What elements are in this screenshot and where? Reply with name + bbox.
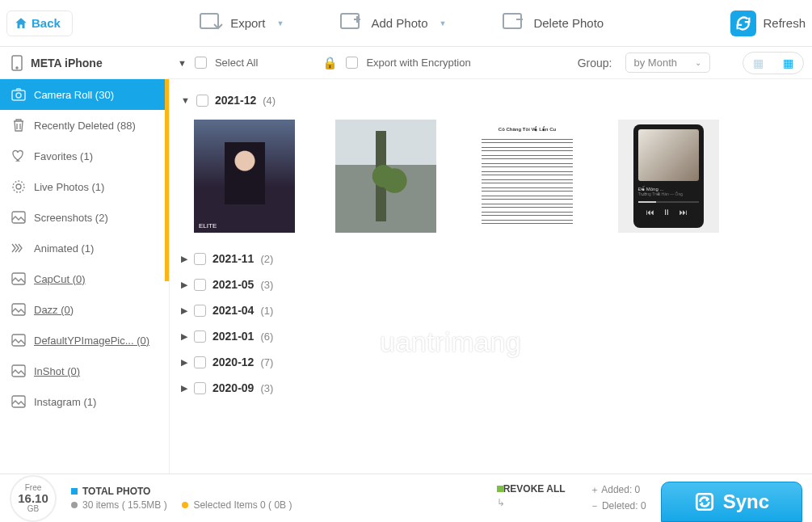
- phone-icon: [11, 55, 23, 71]
- sidebar-item-label: DefaultYPImagePic... (0): [34, 335, 158, 347]
- export-button[interactable]: Export ▼: [200, 13, 284, 34]
- deleted-count: Deleted: 0: [602, 500, 646, 511]
- sidebar-item-animated[interactable]: Animated (1): [0, 233, 169, 263]
- sync-label: Sync: [723, 490, 769, 513]
- back-button[interactable]: Back: [6, 11, 73, 36]
- lock-icon: 🔒: [322, 56, 338, 70]
- group-checkbox[interactable]: [194, 253, 206, 265]
- photo-thumbnail[interactable]: ELITE: [194, 120, 295, 233]
- image-icon: [11, 272, 26, 286]
- export-encryption-label: Export with Encryption: [366, 57, 470, 69]
- group-count: (7): [260, 356, 273, 368]
- image-icon: [11, 302, 26, 317]
- group-count: (6): [260, 330, 273, 343]
- revoke-all-label[interactable]: REVOKE ALL: [503, 483, 566, 495]
- sidebar-item-label: Live Photos (1): [34, 181, 158, 193]
- sidebar-item-capcut[interactable]: CapCut (0): [0, 263, 169, 294]
- group-value: by Month: [634, 57, 677, 69]
- photo-thumbnail[interactable]: Đế Mông ...Trường Triết Hàn — Ông⏮ ⏸ ⏭: [618, 120, 719, 233]
- group-label: 2020-09: [212, 381, 254, 394]
- group-label: 2021-05: [212, 278, 254, 291]
- trash-icon: [11, 118, 26, 133]
- refresh-label: Refresh: [763, 16, 806, 30]
- group-count: (3): [260, 279, 273, 291]
- sidebar-item-instagram[interactable]: Instagram (1): [0, 386, 169, 417]
- sidebar: Camera Roll (30) Recently Deleted (88) F…: [0, 79, 170, 474]
- group-checkbox[interactable]: [196, 95, 208, 107]
- group-count: (1): [260, 305, 273, 317]
- sidebar-item-camera-roll[interactable]: Camera Roll (30): [0, 79, 169, 110]
- export-label: Export: [230, 16, 265, 30]
- total-photo-block: TOTAL PHOTO 30 items ( 15.5MB ) Selected…: [71, 486, 292, 511]
- export-encryption-checkbox[interactable]: [346, 57, 358, 69]
- delete-photo-icon: [503, 13, 527, 34]
- group-header[interactable]: ▼ 2021-12 (4): [178, 87, 801, 113]
- sync-button[interactable]: Sync: [661, 482, 802, 522]
- refresh-icon: [730, 11, 756, 36]
- svg-point-7: [16, 184, 21, 189]
- view-small-icon[interactable]: ▦: [773, 53, 803, 74]
- group-checkbox[interactable]: [194, 305, 206, 317]
- svg-point-4: [16, 67, 18, 69]
- sidebar-item-recently-deleted[interactable]: Recently Deleted (88): [0, 110, 169, 141]
- select-all-label: Select All: [215, 57, 258, 69]
- device-name: META iPhone: [31, 57, 103, 69]
- svg-rect-2: [503, 14, 521, 28]
- delete-photo-button[interactable]: Delete Photo: [503, 13, 604, 34]
- free-value: 16.10: [18, 492, 48, 504]
- chevron-down-icon: ▼: [440, 19, 447, 27]
- group-header[interactable]: ▶ 2021-11 (2): [178, 246, 801, 272]
- sidebar-item-label: InShot (0): [34, 365, 158, 377]
- scroll-indicator[interactable]: [165, 79, 169, 281]
- refresh-button[interactable]: Refresh: [730, 11, 806, 36]
- group-label: Group:: [578, 57, 617, 69]
- view-large-icon[interactable]: ▦: [743, 53, 773, 74]
- sidebar-item-favorites[interactable]: Favorites (1): [0, 141, 169, 171]
- sidebar-item-dazz[interactable]: Dazz (0): [0, 294, 169, 325]
- sidebar-item-label: Camera Roll (30): [34, 89, 158, 101]
- group-label: 2020-12: [212, 356, 254, 368]
- add-photo-label: Add Photo: [371, 16, 427, 30]
- group-label: 2021-01: [212, 330, 254, 343]
- photo-thumbnail[interactable]: [335, 120, 436, 233]
- group-checkbox[interactable]: [194, 356, 206, 368]
- group-header[interactable]: ▶ 2020-09 (3): [178, 375, 801, 401]
- device-header: META iPhone: [0, 55, 170, 71]
- sidebar-item-inshot[interactable]: InShot (0): [0, 356, 169, 386]
- heart-icon: [11, 149, 26, 163]
- group-header[interactable]: ▶ 2020-12 (7): [178, 349, 801, 375]
- sidebar-item-label: Recently Deleted (88): [34, 120, 158, 132]
- group-header[interactable]: ▶ 2021-01 (6): [178, 323, 801, 349]
- sidebar-item-label: Dazz (0): [34, 304, 158, 316]
- group-count: (2): [260, 253, 273, 265]
- sidebar-item-screenshots[interactable]: Screenshots (2): [0, 202, 169, 233]
- svg-rect-1: [341, 14, 359, 28]
- image-icon: [11, 333, 26, 347]
- chevron-down-icon: ⌄: [695, 58, 701, 67]
- image-icon: [11, 394, 26, 409]
- group-select[interactable]: by Month ⌄: [625, 53, 710, 73]
- image-icon: [11, 364, 26, 378]
- group-checkbox[interactable]: [194, 279, 206, 291]
- caret-right-icon: ▶: [181, 254, 187, 264]
- total-photo-label: TOTAL PHOTO: [82, 486, 150, 497]
- live-icon: [11, 179, 26, 194]
- group-header[interactable]: ▶ 2021-04 (1): [178, 297, 801, 323]
- sidebar-item-defaultypimage[interactable]: DefaultYPImagePic... (0): [0, 325, 169, 356]
- add-photo-icon: [340, 13, 364, 34]
- sidebar-item-label: Screenshots (2): [34, 212, 158, 224]
- group-checkbox[interactable]: [194, 382, 206, 394]
- sidebar-item-label: Instagram (1): [34, 396, 158, 408]
- group-header[interactable]: ▶ 2021-05 (3): [178, 272, 801, 297]
- group-count: (4): [263, 95, 276, 107]
- add-photo-button[interactable]: Add Photo ▼: [340, 13, 446, 34]
- sidebar-item-live-photos[interactable]: Live Photos (1): [0, 171, 169, 202]
- caret-right-icon: ▶: [181, 383, 187, 394]
- sidebar-item-label: CapCut (0): [34, 273, 158, 285]
- group-checkbox[interactable]: [194, 330, 206, 343]
- free-unit: GB: [27, 504, 39, 513]
- chevron-down-icon[interactable]: ▼: [178, 58, 187, 68]
- select-all-checkbox[interactable]: [195, 57, 207, 69]
- home-icon: [14, 16, 28, 31]
- photo-thumbnail[interactable]: Cô Chàng Tôi Về Lần Cu: [477, 120, 578, 233]
